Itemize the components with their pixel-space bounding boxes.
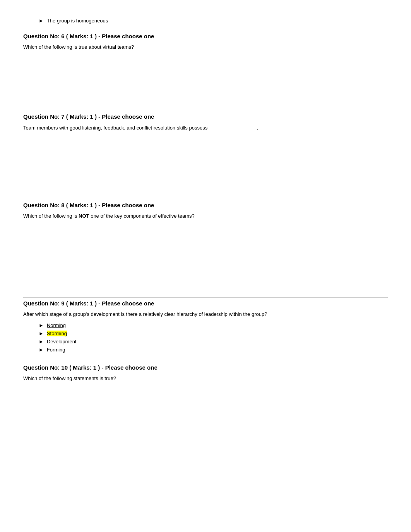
option-storming-label: Storming [47,331,67,336]
question-6-text: Which of the following is true about vir… [23,43,388,51]
question-6-block: Question No: 6 ( Marks: 1 ) - Please cho… [23,33,388,102]
bullet-arrow-icon: ► [39,322,44,328]
question-9-block: Question No: 9 ( Marks: 1 ) - Please cho… [23,297,388,353]
bullet-arrow-icon: ► [39,339,44,344]
option-development-label: Development [47,339,77,344]
intro-bullet-item: ► The group is homogeneous [39,18,388,24]
intro-bullet-text: The group is homogeneous [47,18,108,24]
option-development: ► Development [39,339,388,344]
question-10-text: Which of the following statements is tru… [23,375,388,383]
option-forming-label: Forming [47,347,65,353]
option-storming: ► Storming [39,331,388,336]
option-norming: ► Norming [39,322,388,328]
question-9-header: Question No: 9 ( Marks: 1 ) - Please cho… [23,297,388,307]
option-norming-label: Norming [47,322,66,328]
question-9-text: After which stage of a group's developme… [23,310,388,319]
question-8-text: Which of the following is NOT one of the… [23,212,388,220]
question-10-block: Question No: 10 ( Marks: 1 ) - Please ch… [23,364,388,383]
question-8-block: Question No: 8 ( Marks: 1 ) - Please cho… [23,202,388,286]
question-8-header: Question No: 8 ( Marks: 1 ) - Please cho… [23,202,388,208]
question-9-options: ► Norming ► Storming ► Development ► For… [39,322,388,353]
question-7-blank [209,124,255,132]
option-forming: ► Forming [39,347,388,353]
bullet-arrow-icon: ► [39,347,44,353]
question-8-not: NOT [79,213,91,219]
question-7-block: Question No: 7 ( Marks: 1 ) - Please cho… [23,113,388,190]
bullet-arrow-icon: ► [39,18,44,24]
question-10-header: Question No: 10 ( Marks: 1 ) - Please ch… [23,364,388,371]
bullet-arrow-icon: ► [39,331,44,336]
question-7-header: Question No: 7 ( Marks: 1 ) - Please cho… [23,113,388,120]
question-6-header: Question No: 6 ( Marks: 1 ) - Please cho… [23,33,388,39]
question-7-text: Team members with good listening, feedba… [23,124,388,132]
